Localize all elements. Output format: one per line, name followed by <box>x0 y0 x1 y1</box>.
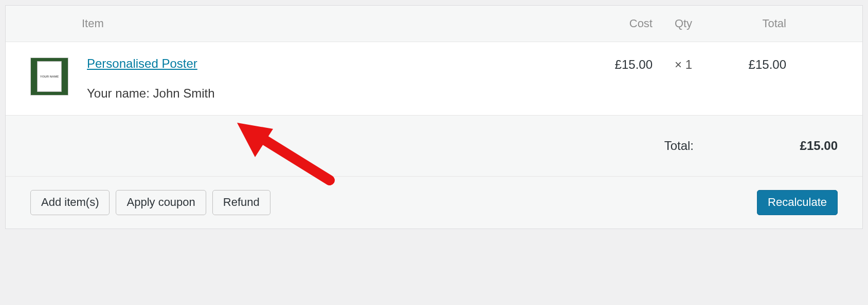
totals-value: £15.00 <box>781 139 838 153</box>
meta-value: John Smith <box>153 86 215 100</box>
line-qty: × 1 <box>653 56 714 72</box>
line-total: £15.00 <box>714 56 786 72</box>
table-header: Item Cost Qty Total <box>6 6 862 42</box>
product-name-link[interactable]: Personalised Poster <box>87 56 197 71</box>
thumbnail-text: YOUR NAME <box>40 75 59 79</box>
line-cost: £15.00 <box>581 56 653 72</box>
order-totals: Total: £15.00 <box>6 116 862 177</box>
order-items-panel: Item Cost Qty Total YOUR NAME Personalis… <box>5 5 863 229</box>
product-meta: Your name: John Smith <box>87 86 581 101</box>
order-actions: Add item(s) Apply coupon Refund Recalcul… <box>6 177 862 228</box>
header-qty: Qty <box>653 17 714 30</box>
header-total: Total <box>714 17 786 30</box>
apply-coupon-button[interactable]: Apply coupon <box>116 190 206 215</box>
table-row: YOUR NAME Personalised Poster Your name:… <box>6 42 862 116</box>
header-item: Item <box>82 17 581 30</box>
header-cost: Cost <box>581 17 653 30</box>
product-thumbnail[interactable]: YOUR NAME <box>30 58 68 96</box>
meta-label: Your name: <box>87 86 150 100</box>
totals-label: Total: <box>664 139 694 153</box>
recalculate-button[interactable]: Recalculate <box>757 190 838 215</box>
refund-button[interactable]: Refund <box>212 190 270 215</box>
add-items-button[interactable]: Add item(s) <box>30 190 110 215</box>
